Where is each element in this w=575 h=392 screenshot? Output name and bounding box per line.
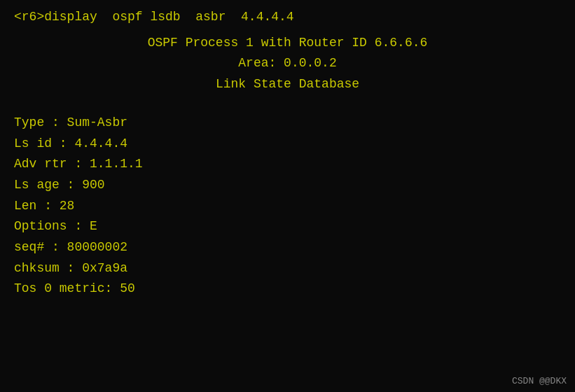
header-line-2: Area: 0.0.0.2 — [14, 53, 561, 74]
header-line-1: OSPF Process 1 with Router ID 6.6.6.6 — [14, 33, 561, 54]
data-line: Adv rtr : 1.1.1.1 — [14, 154, 561, 175]
header-section: OSPF Process 1 with Router ID 6.6.6.6 Ar… — [14, 33, 561, 95]
prompt-line: <r6>display ospf lsdb asbr 4.4.4.4 — [14, 7, 561, 27]
terminal-window: <r6>display ospf lsdb asbr 4.4.4.4 OSPF … — [0, 0, 575, 392]
data-line: Tos 0 metric: 50 — [14, 279, 561, 300]
watermark: CSDN @@DKX — [512, 376, 567, 386]
data-line: Len : 28 — [14, 196, 561, 217]
header-line-3: Link State Database — [14, 74, 561, 95]
data-line: Ls id : 4.4.4.4 — [14, 134, 561, 155]
data-line: Options : E — [14, 216, 561, 237]
data-line: chksum : 0x7a9a — [14, 258, 561, 279]
data-section: Type : Sum-AsbrLs id : 4.4.4.4Adv rtr : … — [14, 113, 561, 300]
data-line: Type : Sum-Asbr — [14, 113, 561, 134]
data-line: Ls age : 900 — [14, 175, 561, 196]
data-line: seq# : 80000002 — [14, 237, 561, 258]
